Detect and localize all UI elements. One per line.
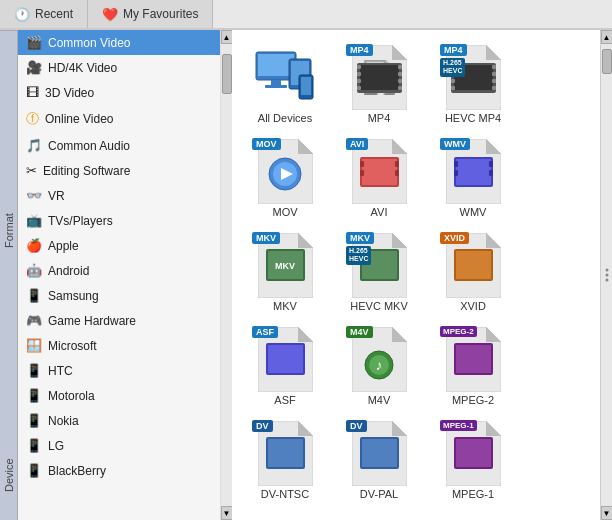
sidebar-item-game[interactable]: 🎮 Game Hardware: [18, 308, 220, 333]
format-item-hevc-mkv[interactable]: MKV H.265HEVC HEVC MKV: [334, 226, 424, 316]
app-container: 🕐 Recent ❤️ My Favourites Format Device …: [0, 0, 612, 520]
xvid-badge: XVID: [440, 232, 469, 244]
scroll-up-btn[interactable]: ▲: [221, 30, 233, 44]
asf-icon-wrapper: ASF: [250, 324, 320, 394]
dv-ntsc-badge: DV: [252, 420, 273, 432]
sidebar-item-motorola[interactable]: 📱 Motorola: [18, 383, 220, 408]
scroll-thumb[interactable]: [222, 54, 232, 94]
svg-rect-50: [454, 170, 458, 176]
game-icon: 🎮: [26, 313, 42, 328]
sidebar-scrollbar[interactable]: ▲ ▼: [220, 30, 232, 520]
svg-rect-18: [398, 79, 402, 83]
sidebar-item-3d[interactable]: 🎞 3D Video: [18, 80, 220, 105]
format-item-asf[interactable]: ASF ASF: [240, 320, 330, 410]
svg-rect-16: [398, 65, 402, 69]
format-item-wmv[interactable]: WMV WMV: [428, 132, 518, 222]
sidebar-item-htc[interactable]: 📱 HTC: [18, 358, 220, 383]
sidebar-item-vr-label: VR: [48, 189, 65, 203]
sidebar-item-apple[interactable]: 🍎 Apple: [18, 233, 220, 258]
svg-rect-90: [456, 439, 491, 467]
sidebar-item-samsung[interactable]: 📱 Samsung: [18, 283, 220, 308]
format-item-m4v[interactable]: ♪ M4V M4V: [334, 320, 424, 410]
mkv-badge: MKV: [252, 232, 280, 244]
sidebar-item-hd4k-label: HD/4K Video: [48, 61, 117, 75]
svg-marker-76: [486, 327, 501, 342]
format-item-xvid[interactable]: XVID XVID: [428, 226, 518, 316]
sidebar-item-editing[interactable]: ✂ Editing Software: [18, 158, 220, 183]
sidebar-item-microsoft[interactable]: 🪟 Microsoft: [18, 333, 220, 358]
format-label-tab[interactable]: Format: [0, 30, 17, 430]
svg-rect-3: [265, 85, 287, 88]
svg-marker-84: [392, 421, 407, 436]
m4v-icon-wrapper: ♪ M4V: [344, 324, 414, 394]
content-scroll-track: [601, 44, 612, 506]
sidebar-item-htc-label: HTC: [48, 364, 73, 378]
format-item-mp4[interactable]: MP4 MP4: [334, 38, 424, 128]
hevc-mp4-badge-top: MP4: [440, 44, 467, 56]
format-item-mpeg2[interactable]: MPEG-2 MPEG-2: [428, 320, 518, 410]
scroll-track: [221, 44, 232, 506]
format-item-dv-ntsc[interactable]: DV DV-NTSC: [240, 414, 330, 504]
mov-label: MOV: [272, 206, 297, 218]
format-item-hevc-mp4[interactable]: MP4 H.265HEVC HEVC MP4: [428, 38, 518, 128]
avi-icon-wrapper: AVI: [344, 136, 414, 206]
sidebar-item-apple-label: Apple: [48, 239, 79, 253]
svg-marker-71: [392, 327, 407, 342]
audio-icon: 🎵: [26, 138, 42, 153]
sidebar-item-android-label: Android: [48, 264, 89, 278]
m4v-label: M4V: [368, 394, 391, 406]
svg-rect-19: [398, 86, 402, 90]
htc-icon: 📱: [26, 363, 42, 378]
svg-marker-46: [486, 139, 501, 154]
sidebar-item-audio[interactable]: 🎵 Common Audio: [18, 133, 220, 158]
format-item-dv-pal[interactable]: DV DV-PAL: [334, 414, 424, 504]
content-scroll-down[interactable]: ▼: [601, 506, 613, 520]
sidebar-item-tvs-label: TVs/Players: [48, 214, 113, 228]
heart-icon: ❤️: [102, 7, 118, 22]
xvid-icon-wrapper: XVID: [438, 230, 508, 300]
svg-rect-51: [489, 161, 493, 167]
sidebar-item-3d-label: 3D Video: [45, 86, 94, 100]
format-item-mpeg1[interactable]: MPEG-1 MPEG-1: [428, 414, 518, 504]
mkv-icon-wrapper: MKV MKV: [250, 230, 320, 300]
mpeg1-badge: MPEG-1: [440, 420, 477, 431]
mov-icon-wrapper: MOV: [250, 136, 320, 206]
sidebar-item-hd4k[interactable]: 🎥 HD/4K Video: [18, 55, 220, 80]
sidebar: 🎬 Common Video Common Video 🎥 HD/4K Vide…: [18, 30, 232, 520]
common-video-icon: 🎬: [26, 35, 42, 50]
svg-rect-31: [492, 86, 496, 90]
sidebar-item-tvs[interactable]: 📺 TVs/Players: [18, 208, 220, 233]
format-item-all-devices[interactable]: All Devices: [240, 38, 330, 128]
tvs-icon: 📺: [26, 213, 42, 228]
device-label-tab[interactable]: Device: [0, 430, 17, 520]
vr-icon: 👓: [26, 188, 42, 203]
hevc-mkv-label: HEVC MKV: [350, 300, 407, 312]
format-item-avi[interactable]: AVI AVI: [334, 132, 424, 222]
mpeg2-badge: MPEG-2: [440, 326, 477, 337]
tab-recent[interactable]: 🕐 Recent: [0, 0, 88, 28]
wmv-label: WMV: [460, 206, 487, 218]
sidebar-item-microsoft-label: Microsoft: [48, 339, 97, 353]
scroll-down-btn[interactable]: ▼: [221, 506, 233, 520]
svg-text:♪: ♪: [375, 357, 382, 373]
content-scroll-up[interactable]: ▲: [601, 30, 613, 44]
content-scroll-thumb[interactable]: [602, 49, 612, 74]
side-labels: Format Device: [0, 30, 18, 520]
sidebar-item-nokia[interactable]: 📱 Nokia: [18, 408, 220, 433]
wmv-icon-wrapper: WMV: [438, 136, 508, 206]
editing-icon: ✂: [26, 163, 37, 178]
content-scrollbar[interactable]: ▲ ▼: [600, 30, 612, 520]
sidebar-item-blackberry[interactable]: 📱 BlackBerry: [18, 458, 220, 483]
sidebar-item-common-video[interactable]: 🎬 Common Video Common Video: [18, 30, 220, 55]
sidebar-item-lg[interactable]: 📱 LG: [18, 433, 220, 458]
format-item-mkv[interactable]: MKV MKV MKV: [240, 226, 330, 316]
sidebar-item-vr[interactable]: 👓 VR: [18, 183, 220, 208]
format-item-mov[interactable]: MOV MOV: [240, 132, 330, 222]
top-tabs: 🕐 Recent ❤️ My Favourites: [0, 0, 612, 30]
tab-favourites[interactable]: ❤️ My Favourites: [88, 0, 213, 28]
sidebar-item-motorola-label: Motorola: [48, 389, 95, 403]
svg-marker-9: [392, 45, 407, 60]
sidebar-item-blackberry-label: BlackBerry: [48, 464, 106, 478]
sidebar-item-online[interactable]: ⓕ Online Video: [18, 105, 220, 133]
sidebar-item-android[interactable]: 🤖 Android: [18, 258, 220, 283]
